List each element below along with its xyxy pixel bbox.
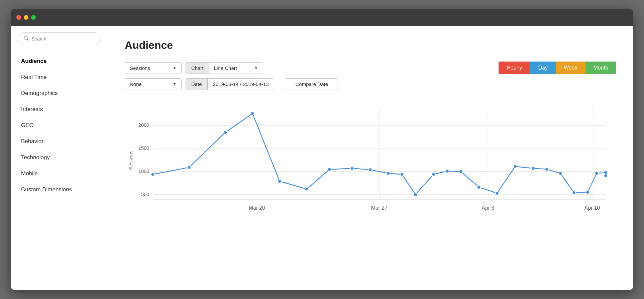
- svg-point-29: [400, 173, 404, 176]
- day-button[interactable]: Day: [530, 62, 555, 74]
- chart-type-value: Line Chart: [214, 65, 237, 71]
- svg-point-28: [387, 172, 390, 175]
- sidebar-item-behavior[interactable]: Behavior: [11, 133, 108, 150]
- svg-point-26: [350, 167, 354, 170]
- date-label: Date: [186, 79, 208, 90]
- chart-type-arrow: ▼: [254, 66, 258, 70]
- chart-container: Sessions 500100015002000Mar 20Mar 27Apr …: [125, 100, 616, 220]
- svg-text:Apr 10: Apr 10: [584, 205, 600, 211]
- y-axis-label: Sessions: [128, 151, 133, 170]
- svg-point-19: [151, 173, 155, 176]
- svg-point-44: [604, 174, 608, 178]
- time-buttons: Hourly Day Week Month: [499, 62, 616, 74]
- line-chart: 500100015002000Mar 20Mar 27Apr 3Apr 10: [125, 100, 616, 220]
- sidebar-item-mobile[interactable]: Mobile: [11, 166, 108, 182]
- svg-point-42: [595, 172, 599, 175]
- search-box[interactable]: [18, 32, 101, 45]
- sidebar-item-custom-dimensions[interactable]: Custom Dimensions: [11, 182, 108, 198]
- segment-dropdown[interactable]: None ▼: [125, 78, 182, 90]
- sidebar-item-real-time[interactable]: Real Time: [11, 69, 108, 85]
- chart-label: Chart: [186, 63, 209, 74]
- svg-text:1000: 1000: [138, 169, 149, 174]
- title-bar: [11, 9, 633, 26]
- sidebar: AudienceReal TimeDemographicsInterestsGE…: [11, 26, 108, 290]
- week-button[interactable]: Week: [556, 62, 585, 74]
- svg-text:2000: 2000: [138, 122, 149, 128]
- svg-point-20: [187, 166, 191, 169]
- month-button[interactable]: Month: [585, 62, 616, 74]
- segment-arrow: ▼: [173, 82, 177, 87]
- sidebar-item-technology[interactable]: Technology: [11, 150, 108, 166]
- svg-text:Mar 20: Mar 20: [249, 205, 265, 211]
- svg-point-21: [223, 131, 227, 134]
- maximize-button[interactable]: [31, 15, 36, 20]
- sidebar-item-demographics[interactable]: Demographics: [11, 85, 108, 101]
- metric-dropdown[interactable]: Sessions ▼: [125, 62, 182, 74]
- nav-list: AudienceReal TimeDemographicsInterestsGE…: [11, 53, 108, 198]
- svg-point-39: [559, 172, 562, 175]
- svg-point-32: [445, 169, 449, 173]
- svg-point-36: [513, 165, 517, 168]
- close-button[interactable]: [16, 15, 21, 20]
- minimize-button[interactable]: [24, 15, 28, 20]
- controls-row-2: None ▼ Date 2019-03-14 - 2019-04-13 Comp…: [125, 78, 616, 90]
- svg-point-22: [251, 112, 254, 115]
- svg-point-41: [586, 191, 589, 194]
- app-window: AudienceReal TimeDemographicsInterestsGE…: [11, 9, 633, 290]
- svg-point-33: [459, 170, 463, 174]
- svg-point-35: [495, 191, 499, 195]
- svg-line-1: [27, 39, 28, 40]
- svg-point-30: [414, 193, 417, 196]
- svg-point-27: [368, 168, 372, 172]
- sidebar-item-interests[interactable]: Interests: [11, 101, 108, 117]
- hourly-button[interactable]: Hourly: [499, 62, 530, 74]
- svg-point-25: [328, 168, 331, 171]
- search-icon: [23, 35, 29, 42]
- svg-point-23: [278, 179, 282, 183]
- svg-point-37: [532, 167, 535, 170]
- svg-text:Mar 27: Mar 27: [371, 205, 388, 211]
- sidebar-item-audience[interactable]: Audience: [11, 53, 108, 69]
- chart-type-dropdown[interactable]: Line Chart ▼: [209, 63, 263, 74]
- svg-point-40: [572, 191, 576, 195]
- svg-point-34: [477, 185, 481, 189]
- page-title: Audience: [125, 39, 616, 52]
- main-content: Audience Sessions ▼ Chart Line Chart ▼ H…: [108, 26, 633, 290]
- svg-text:500: 500: [141, 192, 149, 197]
- window-body: AudienceReal TimeDemographicsInterestsGE…: [11, 26, 633, 290]
- chart-type-group: Chart Line Chart ▼: [186, 62, 263, 74]
- svg-text:1500: 1500: [138, 145, 149, 151]
- svg-point-24: [305, 187, 309, 191]
- compare-date-button[interactable]: Compare Date: [285, 78, 338, 90]
- segment-value: None: [130, 81, 142, 87]
- date-value: 2019-03-14 - 2019-04-13: [208, 79, 274, 90]
- date-group: Date 2019-03-14 - 2019-04-13: [186, 78, 274, 90]
- search-input[interactable]: [31, 36, 95, 41]
- svg-point-31: [432, 173, 436, 176]
- controls-row-1: Sessions ▼ Chart Line Chart ▼ Hourly Day…: [125, 62, 616, 74]
- metric-arrow: ▼: [173, 66, 177, 70]
- svg-text:Apr 3: Apr 3: [482, 205, 495, 211]
- sidebar-item-geo[interactable]: GEO: [11, 117, 108, 133]
- svg-point-38: [545, 168, 549, 171]
- metric-value: Sessions: [130, 65, 150, 71]
